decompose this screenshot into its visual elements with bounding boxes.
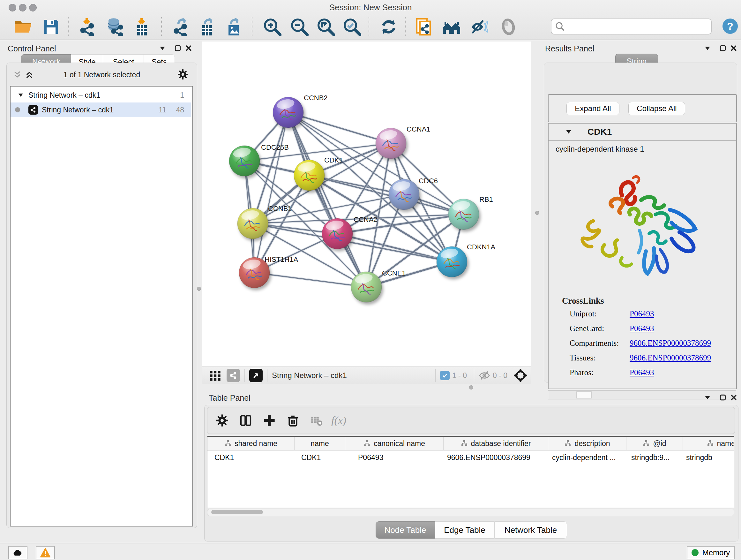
column-header[interactable]: description [548, 437, 626, 450]
node-HIST1H1A[interactable]: HIST1H1A [239, 255, 298, 288]
table-header-row: shared name name canonical name database… [207, 437, 734, 450]
crosslink-label: Uniprot: [569, 309, 597, 318]
birdseye-view-icon[interactable] [249, 369, 263, 382]
expand-collapse-box: Expand All Collapse All [548, 94, 737, 122]
save-session-button[interactable] [41, 17, 61, 37]
zoom-in-button[interactable] [262, 17, 282, 37]
hierarchy-icon [564, 440, 571, 447]
right-splitter-handle[interactable] [535, 211, 539, 215]
control-panel-collapse-icon[interactable] [158, 44, 167, 53]
table-row[interactable]: CDK1 CDK1 P06493 9606.ENSP00000378699 cy… [207, 450, 734, 464]
section-collapse-icon[interactable] [565, 128, 572, 135]
results-panel-float-icon[interactable] [718, 44, 728, 53]
column-header[interactable]: shared name [207, 437, 294, 450]
scrollbar-thumb[interactable] [211, 510, 263, 514]
table-panel-close-icon[interactable] [729, 393, 738, 402]
collection-expand-icon[interactable] [17, 92, 24, 98]
clone-network-button[interactable] [414, 17, 434, 37]
network-graph[interactable]: CCNB2CCNA1CDC25BCDK1CDC6RB1CCNB1CCNA2CDK… [202, 42, 531, 367]
string-home-button[interactable] [441, 17, 462, 37]
results-panel-collapse-icon[interactable] [703, 44, 712, 53]
export-network-button[interactable] [171, 17, 192, 37]
cloud-status-button[interactable] [8, 546, 27, 559]
cell-name[interactable]: CDK1 [294, 450, 345, 464]
node-CCNE1[interactable]: CCNE1 [351, 269, 406, 302]
cell-database-identifier[interactable]: 9606.ENSP00000378699 [443, 450, 547, 464]
column-header[interactable]: namespace [683, 437, 734, 450]
import-network-database-button[interactable] [105, 17, 125, 37]
share-view-icon[interactable] [226, 369, 240, 382]
search-input[interactable] [565, 22, 711, 31]
edge-CCNE1-HIST1H1A[interactable] [254, 273, 366, 287]
network-options-gear-icon[interactable] [177, 69, 189, 80]
column-header[interactable]: canonical name [345, 437, 444, 450]
export-table-button[interactable] [198, 17, 218, 37]
zoom-in-icon [263, 17, 281, 36]
column-header[interactable]: name [294, 437, 345, 450]
zoom-fit-button[interactable] [316, 17, 336, 37]
hide-glass-button[interactable] [469, 17, 489, 37]
gene-section-header[interactable]: CDK1 [549, 124, 736, 141]
results-panel-close-icon[interactable] [729, 44, 738, 53]
network-canvas[interactable]: CCNB2CCNA1CDC25BCDK1CDC6RB1CCNB1CCNA2CDK… [202, 42, 531, 367]
warnings-button[interactable] [36, 546, 55, 559]
cell-canonical-name[interactable]: P06493 [345, 450, 443, 464]
crosslink-link[interactable]: P06493 [630, 309, 654, 318]
edge-CCNB2-CCNE1[interactable] [288, 112, 366, 287]
crosslink-link[interactable]: P06493 [630, 368, 654, 377]
import-table-button[interactable] [132, 17, 152, 37]
fit-content-crosshair-icon[interactable] [513, 368, 529, 383]
horizontal-splitter-handle[interactable] [469, 385, 473, 389]
collapse-all-button[interactable]: Collapse All [628, 102, 685, 115]
network-list: String Network – cdk1 1 String Network –… [10, 86, 193, 526]
node-RB1[interactable]: RB1 [448, 195, 493, 230]
hidden-eye-icon[interactable] [479, 371, 490, 380]
show-glass-button[interactable] [498, 17, 519, 37]
table-panel-collapse-icon[interactable] [703, 393, 712, 402]
table-options-gear-icon[interactable] [213, 412, 231, 429]
cell-shared-name[interactable]: CDK1 [207, 450, 294, 464]
crosslink-link[interactable]: 9606.ENSP00000378699 [630, 354, 711, 362]
node-CCNA2[interactable]: CCNA2 [322, 215, 378, 249]
export-image-button[interactable] [224, 17, 244, 37]
delete-column-icon[interactable] [284, 412, 302, 429]
left-splitter-handle[interactable] [197, 287, 201, 291]
control-panel-close-icon[interactable] [184, 44, 193, 53]
gene-section: CDK1 cyclin-dependent kinase 1 [548, 123, 737, 389]
table-horizontal-scrollbar[interactable] [207, 509, 734, 516]
import-network-file-button[interactable] [77, 17, 97, 37]
node-CDK1[interactable]: CDK1 [294, 156, 343, 191]
crosslink-link[interactable]: 9606.ENSP00000378699 [630, 339, 711, 348]
cell-description[interactable]: cyclin-dependent ... [547, 450, 625, 464]
expand-all-button[interactable]: Expand All [566, 102, 619, 115]
network-row[interactable]: String Network – cdk1 11 48 [10, 103, 191, 117]
tab-node-table[interactable]: Node Table [376, 521, 435, 539]
zoom-out-button[interactable] [289, 17, 310, 37]
selected-checkbox-icon[interactable] [440, 371, 450, 380]
network-collection-row[interactable]: String Network – cdk1 1 [10, 88, 191, 103]
column-header[interactable]: database identifier [444, 437, 548, 450]
control-panel-float-icon[interactable] [173, 44, 183, 53]
cloud-icon [12, 549, 23, 557]
cell-at-id[interactable]: stringdb:9... [625, 450, 681, 464]
crosslinks-title: CrossLinks [562, 296, 604, 306]
node-CDKN1A[interactable]: CDKN1A [436, 243, 495, 277]
show-columns-icon[interactable] [237, 412, 255, 429]
zoom-selected-button[interactable] [342, 17, 362, 37]
cell-namespace[interactable]: stringdb [681, 450, 734, 464]
delete-table-icon[interactable] [308, 412, 326, 429]
add-column-icon[interactable] [260, 412, 278, 429]
column-header[interactable]: @id [626, 437, 683, 450]
function-builder-icon[interactable]: f(x) [331, 412, 346, 429]
node-table[interactable]: shared name name canonical name database… [207, 436, 734, 508]
memory-button[interactable]: Memory [687, 546, 735, 559]
node-label-CCNB1: CCNB1 [268, 205, 292, 212]
update-networks-button[interactable] [379, 17, 399, 37]
tab-network-table[interactable]: Network Table [494, 521, 567, 539]
grid-view-icon[interactable] [207, 367, 223, 384]
help-button[interactable]: ? [723, 18, 738, 34]
crosslink-link[interactable]: P06493 [630, 324, 654, 333]
open-session-button[interactable] [13, 17, 33, 37]
table-panel-float-icon[interactable] [718, 393, 728, 402]
tab-edge-table[interactable]: Edge Table [435, 521, 494, 539]
